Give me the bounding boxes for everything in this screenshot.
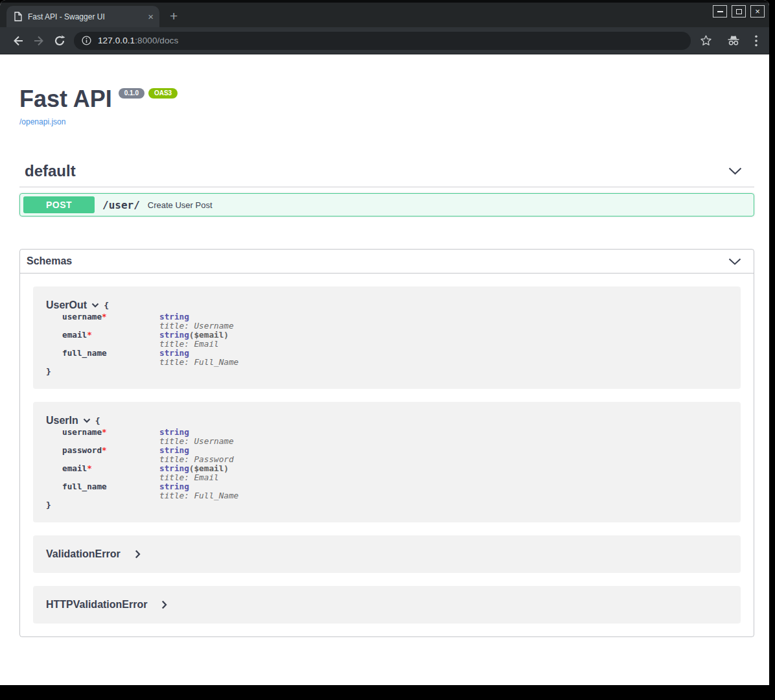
api-info: Fast API0.1.0OAS3 /openapi.json [19,86,754,127]
url-host: 127.0.0.1 [98,36,135,45]
model-title[interactable]: UserIn [46,415,78,426]
tag-header[interactable]: default [19,162,754,187]
tab-strip: Fast API - Swagger UI × + × [0,0,769,27]
back-icon[interactable] [8,34,29,47]
property-name: password [62,445,102,455]
models-list: UserOut { username* string title: Userna… [20,274,754,624]
url-text: 127.0.0.1:8000/docs [98,36,178,45]
browser-toolbar: 127.0.0.1:8000/docs [0,27,769,54]
operation-path: /user/ [102,199,140,211]
oas3-badge: OAS3 [148,88,178,99]
property-row: username* string title: Username [62,312,238,331]
openapi-spec-link[interactable]: /openapi.json [19,117,65,126]
property-type: string [159,427,189,437]
close-brace: } [46,500,728,509]
property-title: title: Email [159,473,238,482]
model-userin: UserIn { username* string title: Usernam… [33,402,741,522]
opblock-post-user[interactable]: POST /user/ Create User Post [19,193,754,216]
toolbar-actions [700,34,758,47]
swagger-page: Fast API0.1.0OAS3 /openapi.json default … [0,54,769,685]
property-type: string [159,330,189,340]
model-httpvalidationerror[interactable]: HTTPValidationError [33,586,741,624]
required-star: * [87,330,92,340]
property-type: string [159,445,189,455]
operation-summary: Create User Post [148,200,213,210]
schemas-section: Schemas UserOut { [19,249,754,637]
menu-kebab-icon[interactable] [755,35,758,47]
tag-section-default: default POST /user/ Create User Post [19,162,754,216]
property-title: title: Email [159,340,238,349]
model-title: HTTPValidationError [46,599,147,611]
property-row: password* string title: Password [62,446,238,464]
page-icon [14,12,22,21]
property-row: full_name string title: Full_Name [62,349,238,367]
version-badge: 0.1.0 [119,88,145,99]
reload-icon[interactable] [49,34,70,47]
bookmark-star-icon[interactable] [700,34,712,47]
incognito-icon[interactable] [726,35,741,46]
required-star: * [102,445,107,455]
property-name: full_name [62,482,107,491]
model-userout: UserOut { username* string title: Userna… [33,286,741,389]
schemas-title: Schemas [27,255,72,267]
model-validationerror[interactable]: ValidationError [33,535,741,573]
page-title: Fast API [19,86,112,112]
open-brace: { [95,416,100,426]
tab-close-icon[interactable]: × [148,12,154,21]
property-name: username [62,312,102,321]
property-row: full_name string title: Full_Name [62,482,238,500]
property-title: title: Full_Name [159,491,238,500]
property-type: string [159,312,189,321]
property-row: email* string($email) title: Email [62,464,238,482]
new-tab-icon[interactable]: + [170,9,178,23]
address-bar[interactable]: 127.0.0.1:8000/docs [74,32,691,50]
model-title[interactable]: UserOut [46,299,87,311]
property-name: email [62,330,87,340]
minimize-icon[interactable] [713,5,727,18]
property-type: string [159,463,189,473]
browser-tab[interactable]: Fast API - Swagger UI × [6,6,159,27]
property-title: title: Full_Name [159,358,238,367]
property-title: title: Password [159,455,238,464]
chevron-down-icon[interactable] [83,418,91,423]
open-brace: { [104,301,109,310]
browser-window: Fast API - Swagger UI × + × [0,0,769,685]
property-format: ($email) [189,463,229,473]
forward-icon[interactable] [29,34,49,47]
property-format: ($email) [189,330,229,340]
chevron-down-icon[interactable] [728,258,741,265]
schemas-header[interactable]: Schemas [20,250,754,274]
chevron-down-icon[interactable] [91,303,99,308]
close-brace: } [46,367,728,376]
window-controls: × [713,5,765,18]
model-title: ValidationError [46,548,121,560]
property-name: email [62,463,87,473]
info-icon[interactable] [82,36,91,45]
property-name: full_name [62,348,107,358]
property-type: string [159,348,189,358]
property-row: email* string($email) title: Email [62,331,238,349]
property-row: username* string title: Username [62,428,238,446]
tab-title: Fast API - Swagger UI [28,12,142,21]
maximize-icon[interactable] [732,5,746,18]
property-name: username [62,427,102,437]
chevron-down-icon[interactable] [728,167,742,175]
close-icon[interactable]: × [750,5,765,18]
required-star: * [87,463,92,473]
chevron-right-icon [161,600,167,609]
chevron-right-icon [135,550,141,559]
property-title: title: Username [159,321,238,331]
required-star: * [102,427,107,437]
required-star: * [102,312,107,321]
property-title: title: Username [159,437,238,446]
method-badge: POST [23,196,95,213]
tag-name: default [25,162,76,180]
property-type: string [159,482,189,491]
url-path: :8000/docs [135,36,178,45]
